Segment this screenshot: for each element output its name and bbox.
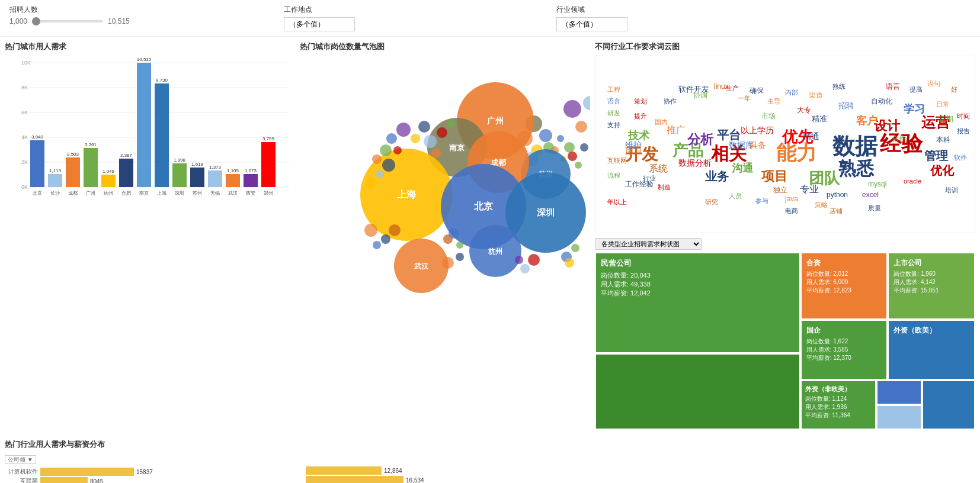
svg-point-43 bbox=[575, 121, 587, 133]
svg-text:语言: 语言 bbox=[886, 82, 900, 91]
industry-dropdown-wrapper: （多个值） bbox=[556, 17, 627, 31]
svg-point-67 bbox=[372, 154, 382, 164]
svg-text:自动化: 自动化 bbox=[871, 97, 892, 105]
svg-text:年以上: 年以上 bbox=[607, 198, 627, 205]
treemap-container: 各类型企业招聘需求树状图 民营公司 岗位数量: 20,043 用人需求: 49,… bbox=[595, 238, 975, 430]
svg-text:武汉: 武汉 bbox=[228, 191, 238, 196]
treemap-chart: 民营公司 岗位数量: 20,043 用人需求: 49,338 平均薪资: 12,… bbox=[595, 252, 975, 430]
svg-text:提升: 提升 bbox=[634, 112, 647, 120]
svg-text:协作: 协作 bbox=[664, 98, 677, 105]
svg-point-70 bbox=[366, 178, 376, 188]
svg-text:技术: 技术 bbox=[627, 130, 650, 141]
industry-dropdown[interactable]: （多个值） bbox=[556, 17, 627, 31]
svg-point-80 bbox=[571, 244, 579, 252]
bubble-nanjing-label: 南京 bbox=[449, 143, 465, 152]
hbar-row-jisuanji: 计算机软件 15837 bbox=[5, 468, 295, 476]
svg-point-78 bbox=[515, 256, 523, 264]
svg-point-66 bbox=[380, 144, 392, 156]
bubble-chart-svg: 广州 苏州 南京 成都 上海 北京 bbox=[300, 56, 590, 304]
bubble-beijing-label: 北京 bbox=[473, 201, 494, 211]
bottom-middle: 12,864 16,534 12,187 11,948 9,667 bbox=[300, 439, 590, 483]
wordcloud-title: 不同行业工作要求词云图 bbox=[595, 41, 975, 52]
svg-text:主导: 主导 bbox=[767, 98, 780, 105]
slider-track[interactable] bbox=[32, 20, 103, 22]
industry-title-row: 热门行业用人需求与薪资分布 bbox=[5, 439, 295, 453]
svg-text:1,373: 1,373 bbox=[209, 165, 222, 170]
svg-point-81 bbox=[565, 258, 574, 268]
location-filter: 工作地点 （多个值） bbox=[284, 5, 355, 31]
svg-point-49 bbox=[575, 162, 582, 169]
svg-text:研发: 研发 bbox=[607, 110, 620, 117]
treemap-cell-small2 bbox=[876, 405, 922, 430]
right-column: 不同行业工作要求词云图 数据 经验 能力 熟悉 团队 优先 开发 产品 相关 分… bbox=[595, 41, 975, 430]
demand-bar-chart: 计算机软件 15837 互联网 8045 电子技术 4873 计算机服务 406… bbox=[5, 468, 295, 483]
svg-text:专业: 专业 bbox=[800, 184, 819, 194]
svg-text:好: 好 bbox=[951, 86, 957, 93]
svg-text:4K: 4K bbox=[21, 134, 28, 140]
bar-wuhan bbox=[226, 174, 240, 187]
svg-text:1,113: 1,113 bbox=[49, 168, 62, 173]
svg-text:软件: 软件 bbox=[954, 154, 967, 161]
treemap-cell-small1 bbox=[876, 380, 922, 405]
salary-row-jisuanji: 12,864 bbox=[300, 466, 590, 475]
industry-filter: 行业领域 （多个值） bbox=[556, 5, 627, 31]
filter-label[interactable]: 公司领 ▼ bbox=[5, 455, 36, 464]
svg-text:深圳: 深圳 bbox=[175, 191, 184, 196]
svg-text:市场: 市场 bbox=[761, 112, 776, 120]
svg-text:1,049: 1,049 bbox=[103, 169, 115, 174]
salary-bar-chart: 12,864 16,534 12,187 11,948 9,667 bbox=[300, 466, 590, 483]
svg-text:电商: 电商 bbox=[785, 207, 798, 214]
svg-text:策划: 策划 bbox=[634, 98, 647, 105]
svg-text:具备: 具备 bbox=[750, 140, 766, 150]
bar-hefei bbox=[119, 159, 133, 187]
hot-cities-title: 热门城市用人需求 bbox=[5, 41, 295, 52]
svg-text:合作: 合作 bbox=[892, 134, 906, 143]
svg-text:郑州: 郑州 bbox=[264, 191, 273, 196]
svg-point-68 bbox=[382, 159, 395, 172]
bar-shanghai bbox=[155, 83, 169, 187]
svg-point-72 bbox=[456, 242, 463, 249]
svg-text:苏州: 苏州 bbox=[193, 191, 202, 196]
svg-text:工程: 工程 bbox=[607, 86, 620, 93]
svg-text:语言: 语言 bbox=[607, 98, 620, 105]
bar-beijing bbox=[30, 140, 44, 187]
svg-point-84 bbox=[364, 224, 377, 237]
slider-thumb[interactable] bbox=[32, 17, 40, 25]
svg-text:上海: 上海 bbox=[157, 191, 166, 196]
treemap-cell-guoqi: 国企 岗位数量: 1,622 用人需求: 3,585 平均薪资: 12,370 bbox=[800, 320, 888, 380]
svg-text:0K: 0K bbox=[21, 184, 28, 190]
svg-text:1,618: 1,618 bbox=[191, 162, 204, 167]
bubble-chart-title: 热门城市岗位数量气泡图 bbox=[300, 41, 590, 52]
svg-point-73 bbox=[449, 228, 459, 239]
svg-text:2,387: 2,387 bbox=[120, 153, 133, 158]
svg-text:店铺: 店铺 bbox=[830, 207, 843, 214]
svg-point-45 bbox=[564, 142, 575, 153]
svg-text:南京: 南京 bbox=[139, 191, 149, 196]
svg-text:业务: 业务 bbox=[705, 170, 729, 183]
bar-nanjing bbox=[137, 63, 151, 187]
main-content: 热门城市用人需求 10K 8K 6K 4K 2K 0K bbox=[0, 37, 980, 434]
svg-point-77 bbox=[528, 254, 540, 266]
svg-point-82 bbox=[389, 224, 401, 236]
svg-point-69 bbox=[376, 170, 384, 178]
middle-column: 热门城市岗位数量气泡图 bbox=[300, 41, 590, 430]
svg-point-57 bbox=[437, 127, 447, 138]
treemap-dropdown[interactable]: 各类型企业招聘需求树状图 bbox=[595, 238, 702, 250]
svg-text:渠道: 渠道 bbox=[809, 91, 823, 99]
svg-text:1,998: 1,998 bbox=[174, 157, 186, 163]
treemap-cell-waizi-fei: 外资（非欧美） 岗位数量: 1,124 用人需求: 1,936 平均薪资: 11… bbox=[800, 380, 876, 430]
location-dropdown[interactable]: （多个值） bbox=[284, 17, 355, 31]
svg-text:10,515: 10,515 bbox=[137, 57, 152, 62]
salary-title-spacer bbox=[300, 439, 590, 451]
svg-text:管理: 管理 bbox=[924, 149, 949, 162]
svg-text:优化: 优化 bbox=[930, 164, 955, 177]
bubble-shanghai-label: 上海 bbox=[397, 189, 417, 199]
svg-text:推广: 推广 bbox=[667, 125, 686, 135]
bar-shenzhen bbox=[172, 163, 187, 187]
svg-text:杭州: 杭州 bbox=[103, 191, 113, 196]
svg-text:广州: 广州 bbox=[86, 191, 95, 196]
top-controls: 招聘人数 1,000 10,515 工作地点 （多个值） 行业领域 （多个值） bbox=[0, 0, 980, 37]
wordcloud-container: 数据 经验 能力 熟悉 团队 优先 开发 产品 相关 分析 业务 项目 沟通 平… bbox=[595, 56, 975, 233]
svg-text:质量: 质量 bbox=[868, 204, 881, 211]
svg-text:招聘: 招聘 bbox=[838, 101, 854, 110]
